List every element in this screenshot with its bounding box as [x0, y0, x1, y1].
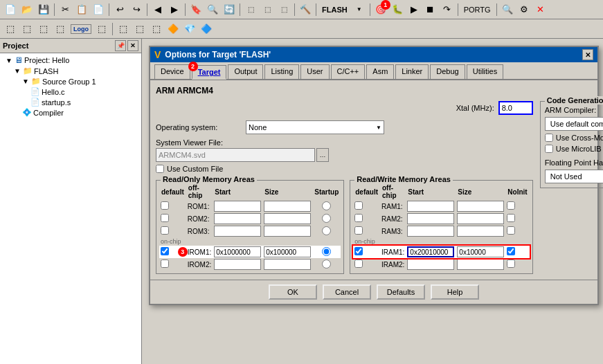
iram1-default[interactable] [354, 247, 363, 255]
ram1-start[interactable] [407, 201, 454, 212]
replace-btn[interactable]: 🔄 [222, 2, 237, 17]
new-file-btn[interactable]: 📄 [3, 2, 18, 17]
iram2-size[interactable] [457, 259, 504, 270]
target-options-btn[interactable]: 🎯 1 [373, 2, 388, 17]
irom2-size[interactable] [264, 259, 311, 270]
irom2-start[interactable] [214, 259, 261, 270]
compiler-select[interactable]: Use default compiler version 5 [545, 117, 603, 131]
rom2-startup[interactable] [322, 214, 331, 223]
svd-input[interactable] [156, 148, 315, 162]
ram3-start[interactable] [407, 226, 454, 237]
rom3-default[interactable] [161, 226, 169, 235]
rom1-startup[interactable] [322, 201, 331, 210]
t2-btn5[interactable]: ⬚ [94, 21, 109, 37]
tab-linker[interactable]: Linker [395, 64, 429, 79]
save-btn[interactable]: 💾 [36, 2, 51, 17]
irom2-default[interactable] [161, 260, 169, 268]
fp-select[interactable]: Not Used [545, 170, 603, 183]
os-select[interactable]: None [246, 120, 384, 134]
iram1-noinit[interactable] [507, 247, 515, 255]
debug-btn[interactable]: 🐛 [390, 2, 405, 17]
open-btn[interactable]: 📂 [19, 2, 35, 17]
irom1-default[interactable] [161, 247, 169, 255]
t2-btn2[interactable]: ⬚ [19, 21, 35, 37]
ram1-size[interactable] [457, 201, 504, 212]
help-button[interactable]: Help [431, 284, 479, 300]
rom1-start[interactable] [214, 201, 261, 212]
irom1-size[interactable] [264, 246, 311, 257]
xtal-input[interactable] [498, 101, 533, 115]
iram2-start[interactable] [407, 259, 454, 270]
fwd-btn[interactable]: ▶ [167, 2, 182, 17]
iram1-size[interactable] [457, 246, 504, 257]
t2-btn9[interactable]: 🔶 [165, 21, 181, 37]
settings-btn[interactable]: ⚙ [516, 2, 532, 17]
copy-btn[interactable]: 📋 [74, 2, 89, 17]
dialog-close-btn[interactable]: ✕ [582, 49, 593, 60]
cancel-button[interactable]: Cancel [323, 284, 371, 300]
ram1-default[interactable] [354, 201, 363, 210]
back-btn[interactable]: ◀ [150, 2, 165, 17]
format-btn[interactable]: ⬚ [243, 2, 258, 17]
iram2-default[interactable] [354, 260, 363, 268]
search-btn[interactable]: 🔍 [205, 2, 220, 17]
custom-file-checkbox[interactable] [156, 165, 164, 173]
tab-user[interactable]: User [300, 64, 329, 79]
ram1-noinit[interactable] [507, 201, 515, 210]
iram1-start[interactable] [407, 246, 454, 257]
close2-btn[interactable]: ✕ [533, 2, 548, 17]
t2-btn8[interactable]: ⬚ [149, 21, 164, 37]
stop-btn[interactable]: ⏹ [423, 2, 438, 17]
irom1-start[interactable] [214, 246, 261, 257]
rom2-default[interactable] [161, 214, 169, 222]
tree-item-hello[interactable]: 📄 Hello.c [0, 87, 141, 97]
tab-device[interactable]: Device [154, 64, 190, 79]
rom3-size[interactable] [264, 226, 311, 237]
ok-button[interactable]: OK [269, 284, 317, 300]
tab-listing[interactable]: Listing [264, 64, 299, 79]
cut-btn[interactable]: ✂ [57, 2, 73, 17]
t2-btn7[interactable]: ⬚ [132, 21, 147, 37]
t2-btn10[interactable]: 💎 [182, 21, 197, 37]
tab-cpp[interactable]: C/C++ [331, 64, 366, 79]
project-pin-btn[interactable]: 📌 [115, 40, 126, 51]
microlib-checkbox[interactable] [545, 145, 553, 153]
search2-btn[interactable]: 🔍 [500, 2, 515, 17]
rom1-size[interactable] [264, 201, 311, 212]
t2-btn6[interactable]: ⬚ [116, 21, 131, 37]
project-close-btn[interactable]: ✕ [127, 40, 138, 51]
ram2-start[interactable] [407, 213, 454, 224]
ram3-default[interactable] [354, 226, 363, 235]
bookmark-btn[interactable]: 🔖 [188, 2, 204, 17]
t2-btn1[interactable]: ⬚ [3, 21, 18, 37]
indent-btn[interactable]: ⬚ [260, 2, 275, 17]
tree-item-startup[interactable]: 📄 startup.s [0, 97, 141, 107]
defaults-button[interactable]: Defaults [377, 284, 425, 300]
ram3-size[interactable] [457, 226, 504, 237]
tab-utilities[interactable]: Utilities [467, 64, 503, 79]
run-btn[interactable]: ▶ [406, 2, 422, 17]
outdent-btn[interactable]: ⬚ [276, 2, 291, 17]
tree-item-source-group[interactable]: ▼ 📁 Source Group 1 [0, 76, 141, 87]
redo-btn[interactable]: ↪ [129, 2, 144, 17]
tree-item-compiler[interactable]: 💠 Compiler [0, 107, 141, 118]
tab-debug[interactable]: Debug [430, 64, 465, 79]
ram3-noinit[interactable] [507, 226, 515, 235]
tree-item-flash[interactable]: ▼ 📁 FLASH [0, 66, 141, 76]
step-over-btn[interactable]: ↷ [440, 2, 455, 17]
svd-browse-btn[interactable]: … [316, 148, 329, 162]
compile-btn[interactable]: 🔨 [298, 2, 313, 17]
rom2-size[interactable] [264, 213, 311, 224]
t2-btn11[interactable]: 🔷 [199, 21, 214, 37]
iram2-noinit[interactable] [507, 260, 515, 268]
irom1-startup[interactable] [322, 247, 331, 256]
tab-asm[interactable]: Asm [366, 64, 394, 79]
ram2-size[interactable] [457, 213, 504, 224]
tab-output[interactable]: Output [228, 64, 263, 79]
ram2-default[interactable] [354, 214, 363, 222]
tree-item-project[interactable]: ▼ 🖥 Project: Hello [0, 55, 141, 66]
t2-btn3[interactable]: ⬚ [36, 21, 51, 37]
t2-btn4[interactable]: ⬚ [53, 21, 68, 37]
tab-target[interactable]: Target 2 [192, 65, 227, 80]
rom3-startup[interactable] [322, 226, 331, 235]
